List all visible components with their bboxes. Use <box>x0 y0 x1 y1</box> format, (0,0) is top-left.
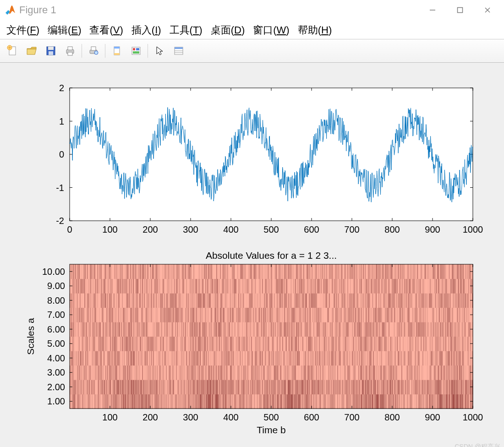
svg-text:100: 100 <box>102 224 117 234</box>
svg-text:700: 700 <box>344 412 359 422</box>
svg-text:200: 200 <box>142 224 158 234</box>
svg-text:500: 500 <box>263 224 279 234</box>
svg-text:700: 700 <box>344 224 359 234</box>
svg-rect-20 <box>133 48 135 50</box>
save-icon[interactable] <box>42 42 60 60</box>
titlebar: Figure 1 <box>0 0 504 21</box>
svg-text:2.00: 2.00 <box>47 382 65 392</box>
svg-text:-2: -2 <box>56 216 64 226</box>
svg-text:400: 400 <box>223 412 238 422</box>
svg-text:200: 200 <box>142 412 158 422</box>
svg-text:6.00: 6.00 <box>47 324 65 334</box>
svg-point-15 <box>94 51 98 55</box>
svg-rect-17 <box>114 47 120 49</box>
menu-help[interactable]: 帮助(H) <box>298 23 332 37</box>
maximize-button[interactable] <box>446 0 474 20</box>
svg-text:400: 400 <box>223 224 238 234</box>
svg-text:0: 0 <box>67 224 72 234</box>
menu-view[interactable]: 查看(V) <box>89 23 123 37</box>
watermark: CSDN @程高兴 <box>455 443 500 447</box>
svg-text:7.00: 7.00 <box>47 310 65 320</box>
menu-file[interactable]: 文件(F) <box>6 23 39 37</box>
svg-rect-22 <box>133 51 139 54</box>
svg-rect-8 <box>48 47 54 50</box>
open-icon[interactable] <box>23 42 40 60</box>
svg-text:10.00: 10.00 <box>42 267 65 277</box>
svg-rect-21 <box>136 48 139 50</box>
svg-text:4.00: 4.00 <box>47 353 65 363</box>
svg-text:600: 600 <box>304 224 319 234</box>
svg-text:900: 900 <box>425 224 440 234</box>
svg-text:1000: 1000 <box>463 224 483 234</box>
svg-rect-2 <box>458 8 463 13</box>
menu-insert[interactable]: 插入(I) <box>131 23 161 37</box>
svg-rect-9 <box>49 51 53 55</box>
svg-text:8.00: 8.00 <box>47 295 65 305</box>
svg-text:3.00: 3.00 <box>47 367 65 377</box>
print-preview-icon[interactable] <box>85 42 102 60</box>
close-button[interactable] <box>474 0 501 20</box>
svg-text:300: 300 <box>183 224 198 234</box>
menu-tools[interactable]: 工具(T) <box>170 23 203 37</box>
minimize-button[interactable] <box>419 0 446 20</box>
svg-text:800: 800 <box>384 224 400 234</box>
svg-text:2: 2 <box>59 83 64 93</box>
matlab-icon <box>5 5 16 16</box>
svg-text:1.00: 1.00 <box>47 396 65 406</box>
colorbar-icon[interactable] <box>127 42 145 60</box>
svg-text:1000: 1000 <box>463 412 483 422</box>
svg-text:Scales a: Scales a <box>25 318 36 355</box>
svg-rect-24 <box>175 47 183 49</box>
svg-rect-18 <box>114 53 120 55</box>
print-icon[interactable] <box>61 42 79 60</box>
new-icon[interactable] <box>4 42 21 60</box>
toolbar <box>0 39 504 63</box>
svg-text:900: 900 <box>425 412 440 422</box>
svg-text:Time b: Time b <box>257 425 285 435</box>
svg-text:0: 0 <box>59 149 64 159</box>
menu-window[interactable]: 窗口(W) <box>253 23 289 37</box>
svg-rect-12 <box>68 52 72 55</box>
svg-text:Absolute Values for a =  1 2 3: Absolute Values for a = 1 2 3... <box>206 250 337 261</box>
window-title: Figure 1 <box>19 4 56 16</box>
svg-text:9.00: 9.00 <box>47 281 65 291</box>
svg-text:1: 1 <box>59 116 64 126</box>
figure-canvas[interactable]: 01002003004005006007008009001000-2-1012A… <box>0 63 504 447</box>
pointer-icon[interactable] <box>151 42 168 60</box>
svg-marker-0 <box>5 10 10 15</box>
svg-rect-11 <box>68 47 72 50</box>
menu-edit[interactable]: 编辑(E) <box>48 23 81 37</box>
inspector-icon[interactable] <box>170 42 187 60</box>
menu-desktop[interactable]: 桌面(D) <box>211 23 245 37</box>
svg-text:5.00: 5.00 <box>47 338 65 349</box>
svg-text:-1: -1 <box>56 183 64 193</box>
menubar: 文件(F) 编辑(E) 查看(V) 插入(I) 工具(T) 桌面(D) 窗口(W… <box>0 21 504 39</box>
svg-text:600: 600 <box>304 412 319 422</box>
svg-text:100: 100 <box>102 412 117 422</box>
svg-text:800: 800 <box>384 412 400 422</box>
svg-rect-14 <box>91 47 96 50</box>
link-icon[interactable] <box>108 42 126 60</box>
svg-text:300: 300 <box>183 412 198 422</box>
svg-text:500: 500 <box>263 412 279 422</box>
